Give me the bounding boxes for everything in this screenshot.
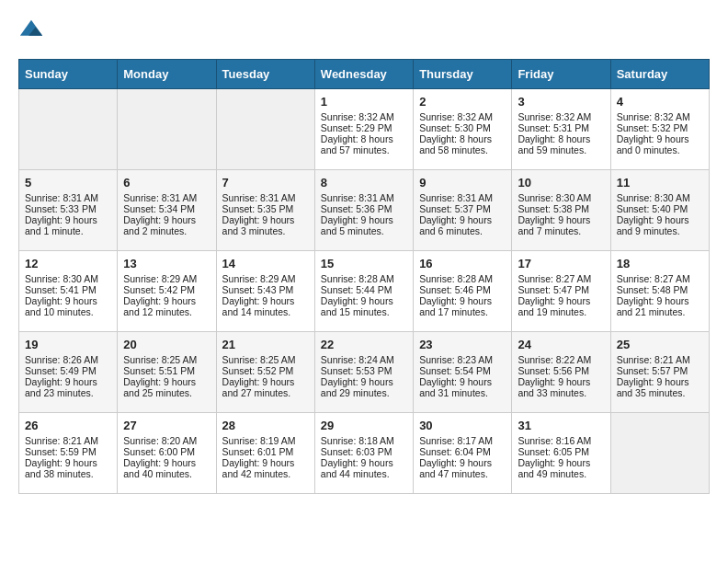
day-number: 17 — [518, 257, 604, 270]
calendar-cell: 20Sunrise: 8:25 AMSunset: 5:51 PMDayligh… — [118, 332, 216, 413]
day-info: Sunrise: 8:25 AM — [222, 354, 309, 365]
day-number: 26 — [25, 419, 111, 432]
day-info: Sunset: 5:36 PM — [321, 203, 407, 214]
day-number: 20 — [123, 338, 210, 351]
day-info: Daylight: 9 hours and 14 minutes. — [222, 295, 309, 317]
calendar-cell — [610, 413, 709, 494]
header-day-thursday: Thursday — [414, 60, 512, 89]
calendar-cell: 2Sunrise: 8:32 AMSunset: 5:30 PMDaylight… — [414, 89, 512, 170]
calendar-cell: 13Sunrise: 8:29 AMSunset: 5:42 PMDayligh… — [118, 251, 216, 332]
day-info: Sunset: 5:37 PM — [419, 203, 506, 214]
day-info: Sunset: 5:53 PM — [321, 365, 407, 376]
day-info: Sunset: 5:49 PM — [25, 365, 111, 376]
day-info: Daylight: 9 hours and 40 minutes. — [123, 457, 210, 479]
day-info: Daylight: 9 hours and 29 minutes. — [321, 376, 407, 398]
calendar-cell: 14Sunrise: 8:29 AMSunset: 5:43 PMDayligh… — [216, 251, 314, 332]
calendar-cell: 3Sunrise: 8:32 AMSunset: 5:31 PMDaylight… — [512, 89, 610, 170]
day-info: Daylight: 9 hours and 42 minutes. — [222, 457, 309, 479]
day-info: Daylight: 9 hours and 33 minutes. — [518, 376, 604, 398]
day-number: 15 — [321, 257, 407, 270]
day-info: Sunset: 5:56 PM — [518, 365, 604, 376]
calendar-cell: 8Sunrise: 8:31 AMSunset: 5:36 PMDaylight… — [314, 170, 413, 251]
day-info: Sunset: 5:54 PM — [419, 365, 506, 376]
day-info: Sunset: 6:05 PM — [518, 446, 604, 457]
calendar-week-row: 26Sunrise: 8:21 AMSunset: 5:59 PMDayligh… — [19, 413, 710, 494]
day-info: Daylight: 9 hours and 31 minutes. — [419, 376, 506, 398]
day-info: Sunset: 5:44 PM — [321, 284, 407, 295]
day-number: 3 — [518, 95, 604, 109]
day-info: Sunset: 5:31 PM — [518, 122, 604, 133]
calendar-cell: 19Sunrise: 8:26 AMSunset: 5:49 PMDayligh… — [19, 332, 118, 413]
day-number: 10 — [518, 176, 604, 190]
day-info: Daylight: 9 hours and 3 minutes. — [222, 214, 309, 236]
day-info: Sunrise: 8:29 AM — [123, 273, 210, 284]
day-info: Sunset: 5:35 PM — [222, 203, 309, 214]
calendar-week-row: 5Sunrise: 8:31 AMSunset: 5:33 PMDaylight… — [19, 170, 710, 251]
day-info: Sunrise: 8:31 AM — [321, 192, 407, 203]
calendar-cell: 12Sunrise: 8:30 AMSunset: 5:41 PMDayligh… — [19, 251, 118, 332]
day-info: Sunrise: 8:26 AM — [25, 354, 111, 365]
calendar-cell: 1Sunrise: 8:32 AMSunset: 5:29 PMDaylight… — [314, 89, 413, 170]
header-day-friday: Friday — [512, 60, 610, 89]
day-info: Sunrise: 8:25 AM — [123, 354, 210, 365]
day-info: Sunset: 5:46 PM — [419, 284, 506, 295]
calendar-cell: 30Sunrise: 8:17 AMSunset: 6:04 PMDayligh… — [414, 413, 512, 494]
day-info: Sunset: 5:34 PM — [123, 203, 210, 214]
day-number: 5 — [25, 176, 111, 190]
day-info: Sunrise: 8:27 AM — [518, 273, 604, 284]
day-info: Sunrise: 8:31 AM — [25, 192, 111, 203]
day-number: 9 — [419, 176, 506, 190]
calendar-cell: 7Sunrise: 8:31 AMSunset: 5:35 PMDaylight… — [216, 170, 314, 251]
day-number: 28 — [222, 419, 309, 432]
day-info: Sunset: 5:47 PM — [518, 284, 604, 295]
day-info: Daylight: 9 hours and 44 minutes. — [321, 457, 407, 479]
calendar-cell: 9Sunrise: 8:31 AMSunset: 5:37 PMDaylight… — [414, 170, 512, 251]
header-day-tuesday: Tuesday — [216, 60, 314, 89]
day-info: Sunrise: 8:20 AM — [123, 435, 210, 446]
day-info: Sunset: 5:57 PM — [617, 365, 703, 376]
day-info: Sunset: 5:41 PM — [25, 284, 111, 295]
day-number: 11 — [617, 176, 703, 190]
calendar-cell — [216, 89, 314, 170]
day-number: 18 — [617, 257, 703, 270]
calendar-cell: 27Sunrise: 8:20 AMSunset: 6:00 PMDayligh… — [118, 413, 216, 494]
day-info: Sunrise: 8:32 AM — [617, 111, 703, 122]
day-number: 8 — [321, 176, 407, 190]
calendar-cell: 31Sunrise: 8:16 AMSunset: 6:05 PMDayligh… — [512, 413, 610, 494]
day-info: Sunrise: 8:30 AM — [617, 192, 703, 203]
logo — [18, 18, 48, 44]
day-number: 12 — [25, 257, 111, 270]
day-info: Sunset: 5:42 PM — [123, 284, 210, 295]
day-info: Daylight: 9 hours and 21 minutes. — [617, 295, 703, 317]
day-info: Sunrise: 8:32 AM — [518, 111, 604, 122]
day-number: 4 — [617, 95, 703, 109]
day-info: Sunset: 6:04 PM — [419, 446, 506, 457]
header-day-wednesday: Wednesday — [314, 60, 413, 89]
day-info: Sunset: 5:40 PM — [617, 203, 703, 214]
day-info: Daylight: 8 hours and 59 minutes. — [518, 133, 604, 155]
day-info: Daylight: 9 hours and 15 minutes. — [321, 295, 407, 317]
day-info: Daylight: 9 hours and 9 minutes. — [617, 214, 703, 236]
day-number: 16 — [419, 257, 506, 270]
calendar-cell: 21Sunrise: 8:25 AMSunset: 5:52 PMDayligh… — [216, 332, 314, 413]
calendar-cell: 22Sunrise: 8:24 AMSunset: 5:53 PMDayligh… — [314, 332, 413, 413]
day-info: Sunset: 5:33 PM — [25, 203, 111, 214]
day-info: Sunrise: 8:30 AM — [518, 192, 604, 203]
day-info: Sunrise: 8:32 AM — [321, 111, 407, 122]
day-number: 14 — [222, 257, 309, 270]
calendar-cell — [118, 89, 216, 170]
day-info: Sunrise: 8:23 AM — [419, 354, 506, 365]
day-info: Sunrise: 8:17 AM — [419, 435, 506, 446]
day-info: Daylight: 9 hours and 23 minutes. — [25, 376, 111, 398]
calendar-cell: 4Sunrise: 8:32 AMSunset: 5:32 PMDaylight… — [610, 89, 709, 170]
day-info: Sunrise: 8:21 AM — [25, 435, 111, 446]
calendar-week-row: 12Sunrise: 8:30 AMSunset: 5:41 PMDayligh… — [19, 251, 710, 332]
day-info: Sunset: 5:59 PM — [25, 446, 111, 457]
day-number: 22 — [321, 338, 407, 351]
header-day-saturday: Saturday — [610, 60, 709, 89]
day-info: Sunrise: 8:28 AM — [321, 273, 407, 284]
day-number: 25 — [617, 338, 703, 351]
day-number: 23 — [419, 338, 506, 351]
calendar-cell: 25Sunrise: 8:21 AMSunset: 5:57 PMDayligh… — [610, 332, 709, 413]
day-number: 13 — [123, 257, 210, 270]
